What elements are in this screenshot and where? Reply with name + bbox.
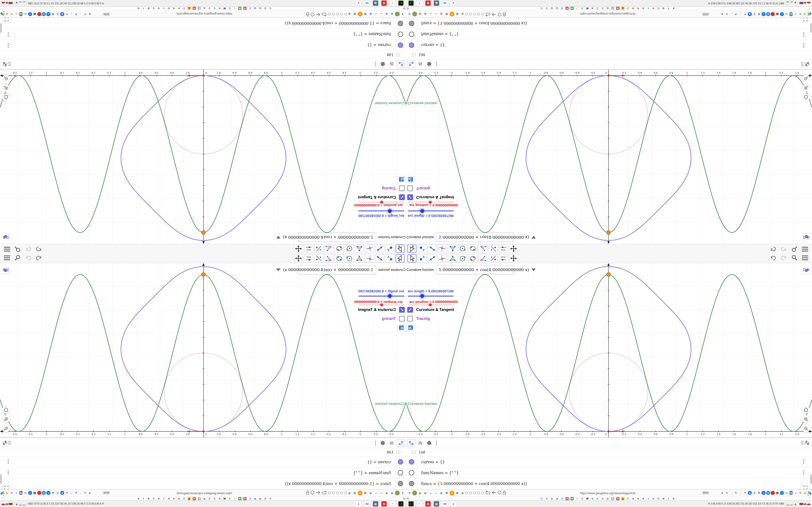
bookmark-favicon[interactable]: G bbox=[596, 497, 599, 500]
tool-circle-button[interactable] bbox=[458, 254, 467, 263]
extension-icon[interactable]: ◔ bbox=[28, 491, 32, 495]
lock-icon[interactable] bbox=[306, 12, 309, 16]
zoom-out-button[interactable] bbox=[2, 75, 10, 82]
extension-icon[interactable]: ⚒ bbox=[444, 12, 449, 16]
extension-icon[interactable]: V bbox=[766, 491, 770, 495]
bookmark-favicon[interactable]: W bbox=[223, 497, 226, 500]
tool-point-button[interactable]: A bbox=[418, 244, 426, 253]
bookmark-favicon[interactable]: ◍ bbox=[203, 7, 206, 10]
extension-icon[interactable]: ∼ bbox=[428, 12, 433, 16]
search-icon[interactable] bbox=[14, 255, 21, 261]
home-button[interactable] bbox=[2, 406, 10, 413]
arc-position-point[interactable] bbox=[608, 431, 610, 433]
bookmark-favicon[interactable]: ✿ bbox=[238, 7, 242, 10]
bookmarks-overflow-icon[interactable]: ^ bbox=[809, 497, 810, 500]
bookmarks-overflow-icon[interactable]: ^ bbox=[2, 497, 3, 500]
dropdown-arrow-icon[interactable] bbox=[276, 236, 281, 239]
collapse-icon[interactable]: − bbox=[396, 53, 400, 57]
bookmark-favicon[interactable]: G bbox=[626, 497, 629, 500]
tool-slider-button[interactable]: a=2 bbox=[304, 254, 313, 263]
fx-format-button[interactable]: fx bbox=[388, 60, 396, 68]
tool-polygon-button[interactable] bbox=[355, 244, 364, 253]
tool-move-button[interactable] bbox=[396, 254, 405, 263]
bookmark-favicon[interactable]: G bbox=[228, 497, 231, 500]
lock-icon[interactable] bbox=[503, 12, 506, 16]
bookmark-favicon[interactable]: ❀ bbox=[637, 7, 640, 10]
taskbar-app[interactable]: >_ bbox=[408, 0, 414, 6]
tool-point-button[interactable]: A bbox=[418, 254, 426, 263]
undo-icon[interactable] bbox=[769, 255, 777, 261]
extension-icon[interactable]: ♦ bbox=[14, 12, 18, 16]
extension-icon[interactable]: 0 bbox=[56, 491, 60, 495]
bookmark-favicon[interactable]: G bbox=[657, 7, 660, 10]
undo-icon[interactable] bbox=[769, 246, 777, 252]
extension-icon[interactable]: ⊕ bbox=[423, 12, 428, 16]
algebra-view-icon[interactable] bbox=[2, 439, 12, 446]
bookmark-favicon[interactable]: f bbox=[142, 7, 145, 10]
tool-slider-button[interactable]: a=2 bbox=[499, 244, 508, 253]
visibility-marble[interactable] bbox=[409, 21, 414, 26]
extension-icon[interactable]: → bbox=[729, 491, 733, 495]
extension-icon[interactable]: ♦ bbox=[794, 12, 798, 16]
extension-icon[interactable]: UD bbox=[19, 491, 23, 495]
fx-format-button[interactable]: fx bbox=[388, 439, 396, 447]
extension-icon[interactable]: ⚙ bbox=[757, 491, 761, 495]
bookmark-favicon[interactable]: W bbox=[586, 7, 589, 10]
extension-icon[interactable]: ⚙ bbox=[455, 491, 460, 495]
curvature-function-input[interactable]: 1.000000000000 + cos(4.000000000000 x) bbox=[298, 265, 376, 274]
tool-reflect-button[interactable] bbox=[314, 244, 323, 253]
settings-gear-button[interactable] bbox=[379, 60, 387, 68]
tool-reflect-button[interactable] bbox=[314, 254, 323, 263]
extension-icon[interactable]: ▭ bbox=[784, 491, 789, 495]
bookmark-favicon[interactable]: ❀ bbox=[642, 497, 645, 500]
taskbar-app[interactable]: ᴥ bbox=[451, 0, 456, 6]
tool-slider-button[interactable]: a=2 bbox=[499, 254, 508, 263]
taskbar-app[interactable]: f bbox=[390, 501, 395, 507]
extension-icon[interactable]: ↓ bbox=[739, 491, 743, 495]
extension-icon[interactable]: UD bbox=[789, 12, 793, 16]
bookmark-favicon[interactable]: G bbox=[152, 7, 155, 10]
extension-icon[interactable]: ♦ bbox=[14, 491, 18, 495]
search-icon[interactable] bbox=[14, 246, 21, 252]
tool-polygon-button[interactable] bbox=[448, 244, 457, 253]
row-options-icon[interactable] bbox=[8, 470, 9, 475]
tool-line-button[interactable] bbox=[428, 244, 437, 253]
extension-icon[interactable]: ∼ bbox=[428, 491, 433, 495]
tool-reflect-button[interactable] bbox=[489, 244, 498, 253]
bookmark-favicon[interactable]: ◍ bbox=[555, 7, 558, 10]
list-group-header[interactable]: − List bbox=[406, 50, 812, 59]
extension-icon[interactable]: ⚙ bbox=[352, 491, 357, 495]
list-group-header[interactable]: − List bbox=[0, 448, 406, 457]
visibility-marble[interactable] bbox=[398, 43, 403, 48]
extension-icon[interactable]: ∼ bbox=[379, 12, 384, 16]
taskbar-app[interactable]: >_ bbox=[408, 501, 414, 507]
collapse-icon[interactable]: − bbox=[412, 53, 416, 57]
extension-icon[interactable]: ☆ bbox=[83, 12, 87, 16]
menu-icon[interactable] bbox=[3, 255, 11, 261]
arc-length-slider[interactable] bbox=[358, 210, 404, 212]
algebra-view-icon[interactable] bbox=[800, 61, 810, 68]
tool-move-button[interactable] bbox=[396, 244, 405, 253]
graphics-view[interactable]: -2.4-2.2-2-1.8-1.6-1.4-1.2-1-0.8-0.6-0.4… bbox=[406, 263, 812, 438]
play-step-button[interactable]: ▶▎ bbox=[398, 176, 405, 182]
bookmark-favicon[interactable]: Я bbox=[193, 497, 196, 500]
settings-gear-button[interactable] bbox=[379, 439, 387, 447]
tool-slider-button[interactable]: a=2 bbox=[304, 244, 313, 253]
graphics-stylebar-toggle[interactable] bbox=[1, 233, 11, 241]
bookmark-favicon[interactable]: Я bbox=[565, 7, 569, 10]
bookmark-favicon[interactable]: ◍ bbox=[550, 497, 553, 500]
algebra-scrollbar[interactable] bbox=[0, 23, 2, 33]
bookmark-favicon[interactable]: ◍ bbox=[203, 497, 206, 500]
visibility-marble[interactable] bbox=[398, 481, 403, 486]
bookmark-favicon[interactable]: G bbox=[601, 497, 604, 500]
fx-format-button[interactable]: fx bbox=[416, 60, 424, 68]
play-step-button[interactable]: ▶▎ bbox=[398, 325, 405, 331]
tool-line-button[interactable] bbox=[428, 254, 437, 263]
algebra-row[interactable]: funcs = {1.000000000000 + cos(4.00000000… bbox=[406, 478, 812, 489]
bookmark-favicon[interactable]: ◍ bbox=[606, 497, 609, 500]
visibility-marble[interactable] bbox=[398, 470, 403, 475]
bookmark-favicon[interactable]: G bbox=[183, 7, 186, 10]
bookmark-favicon[interactable]: ● bbox=[162, 497, 165, 500]
extension-icon[interactable]: Y bbox=[407, 12, 412, 16]
fx-format-button[interactable]: fx bbox=[416, 439, 424, 447]
